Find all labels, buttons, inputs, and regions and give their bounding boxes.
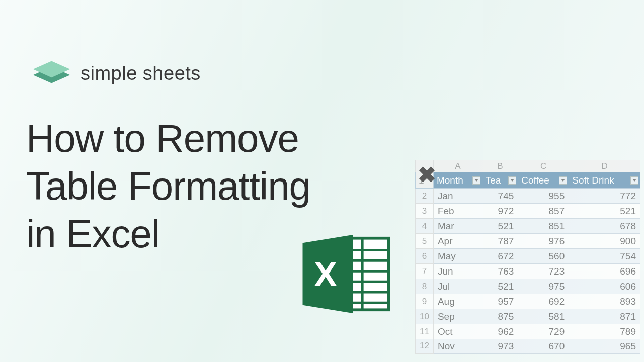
cell-soft[interactable]: 521 (569, 204, 640, 219)
table-header-row: 1MonthTeaCoffeeSoft Drink (416, 172, 640, 189)
table-row: 8Jul521975606 (416, 279, 640, 294)
table-row: 9Aug957692893 (416, 294, 640, 309)
cell-tea[interactable]: 957 (482, 294, 518, 309)
row-number: 10 (416, 309, 434, 324)
row-number: 2 (416, 189, 434, 204)
cell-tea[interactable]: 745 (482, 189, 518, 204)
row-number: 6 (416, 249, 434, 264)
table-row: 10Sep875581871 (416, 309, 640, 324)
col-label-b: B (482, 160, 518, 172)
cell-soft[interactable]: 871 (569, 309, 640, 324)
row-number: 12 (416, 339, 434, 354)
table-row: 11Oct962729789 (416, 324, 640, 339)
cell-soft[interactable]: 965 (569, 339, 640, 354)
cell-tea[interactable]: 763 (482, 264, 518, 279)
cell-coffee[interactable]: 955 (518, 189, 569, 204)
row-number: 11 (416, 324, 434, 339)
header-cell[interactable]: Soft Drink (569, 172, 640, 189)
cell-soft[interactable]: 606 (569, 279, 640, 294)
column-letter-row: A B C D (416, 160, 640, 172)
brand-name: simple sheets (80, 63, 201, 84)
cell-month[interactable]: Jan (433, 189, 482, 204)
cell-soft[interactable]: 893 (569, 294, 640, 309)
row-number: 5 (416, 234, 434, 249)
filter-dropdown-icon[interactable] (472, 176, 480, 185)
filter-dropdown-icon[interactable] (559, 176, 567, 185)
row-number: 4 (416, 219, 434, 234)
header-cell[interactable]: Month (433, 172, 482, 189)
cell-coffee[interactable]: 723 (518, 264, 569, 279)
cell-month[interactable]: Feb (433, 204, 482, 219)
cell-tea[interactable]: 973 (482, 339, 518, 354)
excel-icon: X (298, 229, 393, 319)
cell-tea[interactable]: 972 (482, 204, 518, 219)
table-row: 6May672560754 (416, 249, 640, 264)
filter-dropdown-icon[interactable] (630, 176, 638, 185)
cell-soft[interactable]: 789 (569, 324, 640, 339)
cell-month[interactable]: Nov (433, 339, 482, 354)
cell-month[interactable]: Aug (433, 294, 482, 309)
col-label-c: C (518, 160, 569, 172)
filter-dropdown-icon[interactable] (508, 176, 516, 185)
cell-month[interactable]: Jul (433, 279, 482, 294)
stacked-layers-icon (30, 58, 73, 89)
cell-tea[interactable]: 875 (482, 309, 518, 324)
cell-coffee[interactable]: 851 (518, 219, 569, 234)
col-label-a: A (433, 160, 482, 172)
cell-month[interactable]: May (433, 249, 482, 264)
header-cell[interactable]: Coffee (518, 172, 569, 189)
cell-coffee[interactable]: 976 (518, 234, 569, 249)
cell-soft[interactable]: 754 (569, 249, 640, 264)
cell-month[interactable]: Apr (433, 234, 482, 249)
cell-soft[interactable]: 678 (569, 219, 640, 234)
cell-month[interactable]: Sep (433, 309, 482, 324)
col-label-d: D (569, 160, 640, 172)
row-number: 3 (416, 204, 434, 219)
cell-coffee[interactable]: 729 (518, 324, 569, 339)
cell-soft[interactable]: 900 (569, 234, 640, 249)
cell-tea[interactable]: 521 (482, 279, 518, 294)
row-number: 9 (416, 294, 434, 309)
row-number: 8 (416, 279, 434, 294)
table-row: 2Jan745955772 (416, 189, 640, 204)
page-title: How to RemoveTable Formattingin Excel (26, 115, 310, 258)
table-row: 12Nov973670965 (416, 339, 640, 354)
spreadsheet-preview: A B C D 1MonthTeaCoffeeSoft Drink2Jan745… (415, 160, 640, 354)
cell-coffee[interactable]: 560 (518, 249, 569, 264)
cell-soft[interactable]: 772 (569, 189, 640, 204)
cell-month[interactable]: Oct (433, 324, 482, 339)
cell-soft[interactable]: 696 (569, 264, 640, 279)
cell-coffee[interactable]: 692 (518, 294, 569, 309)
row-number: 7 (416, 264, 434, 279)
cell-coffee[interactable]: 975 (518, 279, 569, 294)
cell-tea[interactable]: 787 (482, 234, 518, 249)
svg-text:X: X (314, 255, 337, 293)
brand-logo: simple sheets (30, 58, 201, 89)
header-cell[interactable]: Tea (482, 172, 518, 189)
close-icon: ✖ (418, 162, 436, 188)
table-row: 7Jun763723696 (416, 264, 640, 279)
table-row: 5Apr787976900 (416, 234, 640, 249)
cell-month[interactable]: Mar (433, 219, 482, 234)
cell-coffee[interactable]: 670 (518, 339, 569, 354)
cell-coffee[interactable]: 857 (518, 204, 569, 219)
cell-tea[interactable]: 672 (482, 249, 518, 264)
cell-month[interactable]: Jun (433, 264, 482, 279)
table-row: 3Feb972857521 (416, 204, 640, 219)
cell-coffee[interactable]: 581 (518, 309, 569, 324)
cell-tea[interactable]: 521 (482, 219, 518, 234)
table-row: 4Mar521851678 (416, 219, 640, 234)
cell-tea[interactable]: 962 (482, 324, 518, 339)
